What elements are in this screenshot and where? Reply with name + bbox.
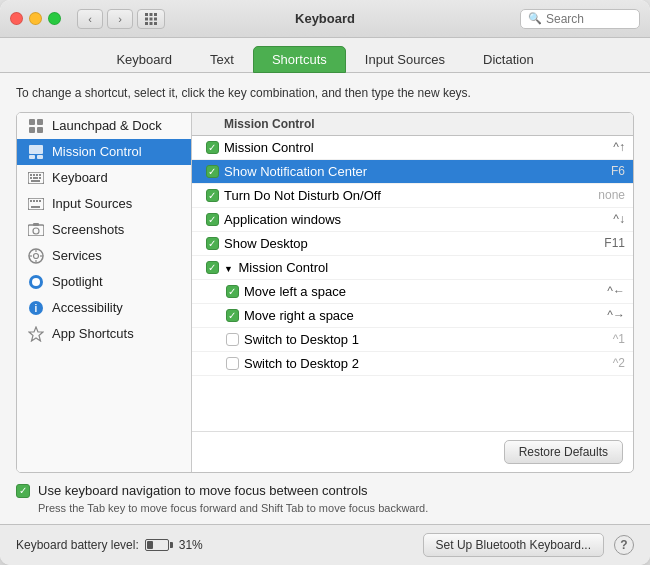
shortcut-row-desktop-1[interactable]: Switch to Desktop 1 ^1 (192, 328, 633, 352)
svg-rect-30 (31, 206, 40, 208)
sidebar-item-accessibility[interactable]: i Accessibility (17, 295, 191, 321)
nav-checkbox-row: ✓ Use keyboard navigation to move focus … (16, 483, 634, 498)
check-col[interactable]: ✓ (200, 165, 224, 178)
check-col[interactable]: ✓ (220, 285, 244, 298)
sidebar-item-label: Keyboard (52, 170, 108, 185)
sidebar-item-label: Spotlight (52, 274, 103, 289)
check-col[interactable]: ✓ (200, 213, 224, 226)
check-col[interactable] (220, 357, 244, 370)
sidebar-item-app-shortcuts[interactable]: App Shortcuts (17, 321, 191, 347)
sidebar-item-mission-control[interactable]: Mission Control (17, 139, 191, 165)
svg-rect-3 (145, 17, 148, 20)
checked-checkbox[interactable]: ✓ (226, 285, 239, 298)
svg-rect-25 (28, 198, 44, 210)
statusbar: Keyboard battery level: 31% Set Up Bluet… (0, 524, 650, 565)
tab-keyboard[interactable]: Keyboard (97, 46, 191, 73)
tab-shortcuts[interactable]: Shortcuts (253, 46, 346, 73)
instruction-text: To change a shortcut, select it, click t… (16, 85, 634, 102)
svg-rect-21 (30, 177, 32, 179)
check-col[interactable]: ✓ (200, 237, 224, 250)
close-button[interactable] (10, 12, 23, 25)
shortcut-label: ▼ Mission Control (224, 260, 625, 275)
checked-checkbox[interactable]: ✓ (206, 141, 219, 154)
search-icon: 🔍 (528, 12, 542, 25)
titlebar: ‹ › Keyboard 🔍 (0, 0, 650, 38)
shortcut-label: Move left a space (244, 284, 607, 299)
shortcut-row-app-windows[interactable]: ✓ Application windows ^↓ (192, 208, 633, 232)
shortcut-row-show-desktop[interactable]: ✓ Show Desktop F11 (192, 232, 633, 256)
bottom-area: ✓ Use keyboard navigation to move focus … (0, 473, 650, 524)
battery-label-text: Keyboard battery level: (16, 538, 139, 552)
svg-rect-29 (39, 200, 41, 202)
maximize-button[interactable] (48, 12, 61, 25)
nav-checkbox-label: Use keyboard navigation to move focus be… (38, 483, 368, 498)
shortcut-row-move-left[interactable]: ✓ Move left a space ^← (192, 280, 633, 304)
nav-sub-label: Press the Tab key to move focus forward … (38, 502, 634, 514)
svg-rect-26 (30, 200, 32, 202)
svg-text:i: i (35, 303, 38, 314)
shortcut-row-mission-control-group[interactable]: ✓ ▼ Mission Control (192, 256, 633, 280)
sidebar-item-screenshots[interactable]: Screenshots (17, 217, 191, 243)
svg-rect-4 (150, 17, 153, 20)
tab-text[interactable]: Text (191, 46, 253, 73)
svg-rect-19 (36, 174, 38, 176)
check-col[interactable]: ✓ (200, 141, 224, 154)
svg-rect-24 (31, 180, 40, 182)
svg-point-41 (32, 278, 40, 286)
sidebar-item-launchpad[interactable]: Launchpad & Dock (17, 113, 191, 139)
shortcut-label: Application windows (224, 212, 613, 227)
unchecked-checkbox[interactable] (226, 333, 239, 346)
checked-checkbox[interactable]: ✓ (206, 189, 219, 202)
svg-point-33 (33, 228, 39, 234)
shortcut-row-move-right[interactable]: ✓ Move right a space ^→ (192, 304, 633, 328)
unchecked-checkbox[interactable] (226, 357, 239, 370)
tab-dictation[interactable]: Dictation (464, 46, 553, 73)
back-button[interactable]: ‹ (77, 9, 103, 29)
search-input[interactable] (546, 12, 632, 26)
grid-button[interactable] (137, 9, 165, 29)
help-button[interactable]: ? (614, 535, 634, 555)
shortcut-row[interactable]: ✓ Mission Control ^↑ (192, 136, 633, 160)
shortcut-key: ^1 (613, 332, 625, 346)
minimize-button[interactable] (29, 12, 42, 25)
svg-rect-1 (150, 13, 153, 16)
svg-rect-5 (154, 17, 157, 20)
shortcut-label: Turn Do Not Disturb On/Off (224, 188, 598, 203)
shortcut-row-dnd[interactable]: ✓ Turn Do Not Disturb On/Off none (192, 184, 633, 208)
checked-checkbox[interactable]: ✓ (206, 165, 219, 178)
tab-input-sources[interactable]: Input Sources (346, 46, 464, 73)
checked-checkbox[interactable]: ✓ (226, 309, 239, 322)
nav-checkbox[interactable]: ✓ (16, 484, 30, 498)
checked-checkbox[interactable]: ✓ (206, 237, 219, 250)
battery-body (145, 539, 169, 551)
restore-defaults-button[interactable]: Restore Defaults (504, 440, 623, 464)
check-col[interactable]: ✓ (200, 189, 224, 202)
shortcut-label: Switch to Desktop 2 (244, 356, 613, 371)
sidebar-item-keyboard[interactable]: Keyboard (17, 165, 191, 191)
svg-rect-2 (154, 13, 157, 16)
sidebar-item-services[interactable]: Services (17, 243, 191, 269)
shortcut-row-desktop-2[interactable]: Switch to Desktop 2 ^2 (192, 352, 633, 376)
battery-percent: 31% (179, 538, 203, 552)
accessibility-icon: i (27, 299, 45, 317)
column-header: Mission Control (192, 113, 633, 136)
sidebar-item-input-sources[interactable]: Input Sources (17, 191, 191, 217)
check-col[interactable]: ✓ (220, 309, 244, 322)
checked-checkbox[interactable]: ✓ (206, 213, 219, 226)
shortcut-key: ^← (607, 284, 625, 298)
check-col[interactable] (220, 333, 244, 346)
svg-rect-27 (33, 200, 35, 202)
forward-button[interactable]: › (107, 9, 133, 29)
svg-rect-32 (33, 223, 39, 226)
services-icon (27, 247, 45, 265)
spotlight-icon (27, 273, 45, 291)
shortcut-label: Show Desktop (224, 236, 604, 251)
check-col[interactable]: ✓ (200, 261, 224, 274)
sidebar-item-spotlight[interactable]: Spotlight (17, 269, 191, 295)
battery-label: Keyboard battery level: 31% (16, 538, 203, 552)
svg-rect-11 (29, 127, 35, 133)
shortcut-row-notification[interactable]: ✓ Show Notification Center F6 (192, 160, 633, 184)
checked-checkbox[interactable]: ✓ (206, 261, 219, 274)
search-box[interactable]: 🔍 (520, 9, 640, 29)
bluetooth-keyboard-button[interactable]: Set Up Bluetooth Keyboard... (423, 533, 604, 557)
